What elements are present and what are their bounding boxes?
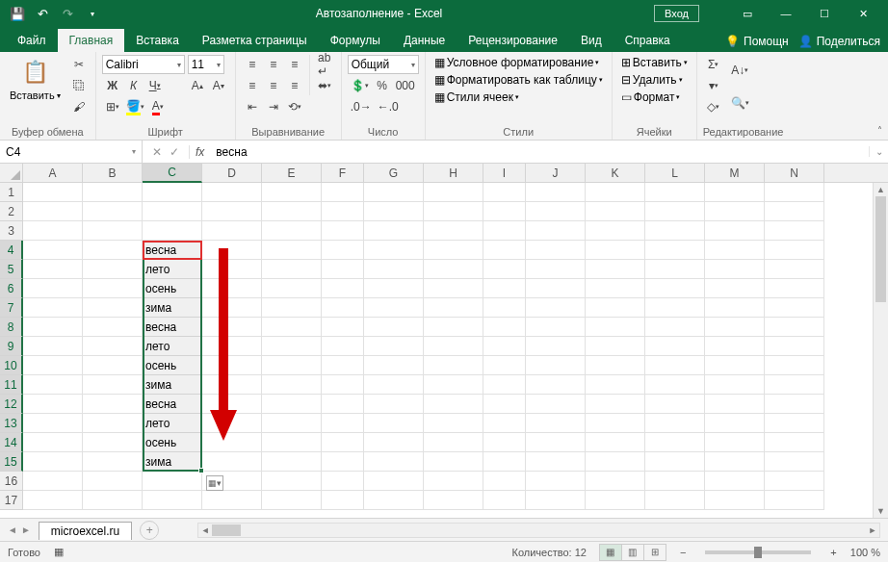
cell[interactable] xyxy=(765,318,824,337)
cell[interactable] xyxy=(705,221,765,241)
column-headers[interactable]: ABCDEFGHIJKLMN xyxy=(23,164,888,183)
cell[interactable] xyxy=(765,241,824,260)
column-header[interactable]: L xyxy=(645,164,705,182)
fill-handle[interactable] xyxy=(198,468,204,473)
cell[interactable] xyxy=(202,318,262,337)
qat-customize-icon[interactable]: ▾ xyxy=(81,3,104,24)
column-header[interactable]: K xyxy=(586,164,645,182)
cell[interactable] xyxy=(23,414,83,433)
cell[interactable] xyxy=(526,433,586,452)
cell[interactable] xyxy=(705,337,765,356)
cell[interactable] xyxy=(526,221,586,241)
cell[interactable] xyxy=(765,279,824,298)
borders-icon[interactable]: ⊞▾ xyxy=(102,97,123,116)
cell[interactable] xyxy=(483,183,526,202)
cell[interactable] xyxy=(83,395,143,414)
cell[interactable] xyxy=(23,433,83,452)
cell[interactable] xyxy=(364,491,424,510)
cell[interactable] xyxy=(765,491,824,510)
cell[interactable]: весна xyxy=(143,241,202,260)
cell[interactable] xyxy=(586,202,645,221)
cell[interactable] xyxy=(262,433,322,452)
cell[interactable] xyxy=(262,318,322,337)
cell[interactable] xyxy=(526,202,586,221)
cell[interactable] xyxy=(424,298,483,318)
cell[interactable] xyxy=(202,356,262,375)
cell[interactable] xyxy=(83,298,143,318)
row-header[interactable]: 6 xyxy=(0,279,23,298)
cell[interactable] xyxy=(765,337,824,356)
cell[interactable] xyxy=(202,279,262,298)
cell[interactable] xyxy=(83,337,143,356)
cell[interactable] xyxy=(765,433,824,452)
tab-help[interactable]: Справка xyxy=(614,29,682,52)
cell[interactable] xyxy=(364,452,424,472)
cell[interactable] xyxy=(23,491,83,510)
insert-cells-button[interactable]: ⊞Вставить▾ xyxy=(618,55,691,70)
column-header[interactable]: C xyxy=(143,164,202,183)
cell[interactable] xyxy=(364,183,424,202)
cell[interactable] xyxy=(262,279,322,298)
cell[interactable] xyxy=(705,356,765,375)
cell[interactable] xyxy=(23,298,83,318)
cell[interactable] xyxy=(645,241,705,260)
cell[interactable] xyxy=(645,395,705,414)
tab-view[interactable]: Вид xyxy=(569,29,614,52)
conditional-formatting-button[interactable]: ▦Условное форматирование▾ xyxy=(431,55,606,70)
align-left-icon[interactable]: ≡ xyxy=(242,76,263,95)
autofill-options-icon[interactable]: ▦▾ xyxy=(206,475,223,491)
expand-formula-bar-icon[interactable]: ⌄ xyxy=(869,146,888,157)
macro-record-icon[interactable]: ▦ xyxy=(54,546,64,558)
cell[interactable] xyxy=(424,375,483,395)
column-header[interactable]: B xyxy=(83,164,143,182)
cell[interactable] xyxy=(645,221,705,241)
column-header[interactable]: M xyxy=(705,164,765,182)
cell[interactable] xyxy=(645,337,705,356)
cell-styles-button[interactable]: ▦Стили ячеек▾ xyxy=(431,89,606,105)
cell[interactable]: осень xyxy=(143,433,202,452)
cell[interactable] xyxy=(526,260,586,279)
cell[interactable] xyxy=(262,375,322,395)
cell[interactable] xyxy=(23,279,83,298)
accounting-format-icon[interactable]: 💲▾ xyxy=(348,76,372,95)
cell[interactable] xyxy=(23,260,83,279)
cell[interactable] xyxy=(83,414,143,433)
cell[interactable] xyxy=(364,375,424,395)
cell[interactable] xyxy=(424,395,483,414)
tab-data[interactable]: Данные xyxy=(392,29,457,52)
cell[interactable] xyxy=(705,183,765,202)
cell[interactable] xyxy=(705,433,765,452)
cell[interactable] xyxy=(526,375,586,395)
cell[interactable] xyxy=(526,395,586,414)
cell[interactable] xyxy=(83,260,143,279)
cell[interactable]: зима xyxy=(143,375,202,395)
cell[interactable] xyxy=(143,491,202,510)
cell[interactable] xyxy=(483,356,526,375)
format-as-table-button[interactable]: ▦Форматировать как таблицу▾ xyxy=(431,72,606,88)
cell[interactable] xyxy=(705,279,765,298)
cell[interactable] xyxy=(586,414,645,433)
column-header[interactable]: F xyxy=(322,164,364,182)
cell[interactable] xyxy=(322,241,364,260)
tab-formulas[interactable]: Формулы xyxy=(319,29,392,52)
cell[interactable] xyxy=(364,241,424,260)
row-header[interactable]: 14 xyxy=(0,433,23,452)
tab-review[interactable]: Рецензирование xyxy=(457,29,569,52)
cell[interactable] xyxy=(364,260,424,279)
cell[interactable] xyxy=(705,452,765,472)
cell[interactable] xyxy=(322,414,364,433)
cell[interactable] xyxy=(765,414,824,433)
cell[interactable] xyxy=(364,318,424,337)
cell[interactable] xyxy=(483,298,526,318)
cell[interactable] xyxy=(83,202,143,221)
cell[interactable] xyxy=(322,298,364,318)
cell[interactable] xyxy=(765,472,824,491)
cell[interactable] xyxy=(262,491,322,510)
cell[interactable] xyxy=(645,298,705,318)
fill-icon[interactable]: ▾▾ xyxy=(703,76,724,95)
zoom-out-icon[interactable]: − xyxy=(680,547,686,558)
cell[interactable] xyxy=(143,472,202,491)
bold-button[interactable]: Ж xyxy=(102,76,123,95)
cell[interactable] xyxy=(483,279,526,298)
cell[interactable] xyxy=(586,491,645,510)
